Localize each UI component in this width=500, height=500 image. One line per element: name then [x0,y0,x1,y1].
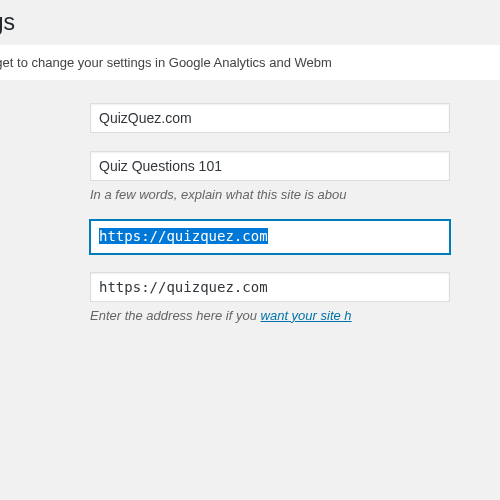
notice-text: on't forget to change your settings in G… [0,55,488,70]
site-url-label: ) [0,272,90,295]
site-url-input[interactable] [90,272,450,302]
page-title: ttings [0,0,500,40]
info-notice: on't forget to change your settings in G… [0,45,500,80]
site-url-description: Enter the address here if you want your … [90,308,500,323]
tagline-label [0,151,90,158]
tagline-description: In a few words, explain what this site i… [90,187,500,202]
tagline-input[interactable] [90,151,450,181]
site-title-label [0,103,90,110]
site-url-help-link[interactable]: want your site h [261,308,352,323]
site-title-input[interactable] [90,103,450,133]
wp-url-input[interactable]: https://quizquez.com [90,220,450,254]
wp-url-label: ss (URL) [0,220,90,243]
